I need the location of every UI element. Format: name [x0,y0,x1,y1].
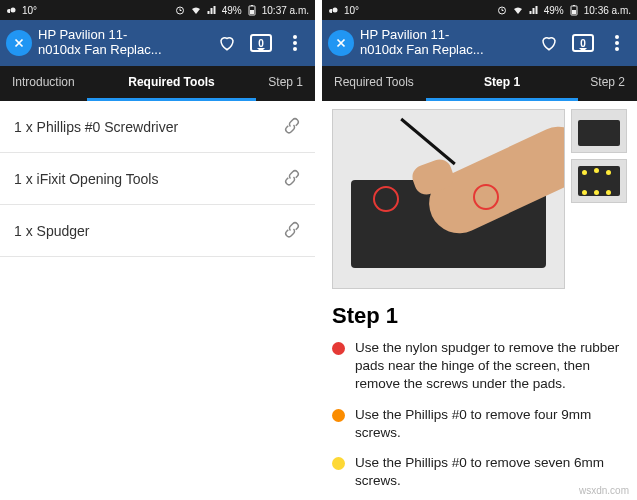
step-content: Step 1 Use the nylon spudger to remove t… [322,101,637,500]
overflow-menu-button[interactable] [281,29,309,57]
battery-percent: 49% [544,5,564,16]
comments-button[interactable]: 0 [247,29,275,57]
signal-icon [528,4,540,16]
link-icon [283,220,301,241]
app-bar: HP Pavilion 11- n010dx Fan Replac... 0 [322,20,637,66]
battery-icon [568,4,580,16]
bullet-text: Use the Phillips #0 to remove four 9mm s… [355,406,627,442]
list-item[interactable]: 1 x Spudger [0,205,315,257]
tab-introduction[interactable]: Introduction [0,66,87,101]
overflow-menu-button[interactable] [603,29,631,57]
title-line-1: HP Pavilion 11- [360,28,529,43]
tab-step-1[interactable]: Step 1 [426,66,578,101]
link-icon [283,168,301,189]
close-button[interactable] [6,30,32,56]
close-button[interactable] [328,30,354,56]
title-line-1: HP Pavilion 11- [38,28,207,43]
svg-rect-8 [572,10,576,14]
battery-percent: 49% [222,5,242,16]
page-title: HP Pavilion 11- n010dx Fan Replac... [360,28,529,58]
watermark: wsxdn.com [579,485,629,496]
tool-name: 1 x Phillips #0 Screwdriver [14,119,283,135]
tool-name: 1 x Spudger [14,223,283,239]
list-item[interactable]: 1 x iFixit Opening Tools [0,153,315,205]
tab-required-tools[interactable]: Required Tools [87,66,257,101]
comment-count: 0 [580,38,586,49]
temperature: 10° [344,5,359,16]
weather-icon [328,4,340,16]
favorite-button[interactable] [213,29,241,57]
battery-icon [246,4,258,16]
comments-button[interactable]: 0 [569,29,597,57]
alarm-icon [496,4,508,16]
step-media [332,109,627,289]
svg-rect-9 [573,5,575,6]
comment-count: 0 [258,38,264,49]
bullet-dot-icon [332,457,345,470]
step-bullet: Use the nylon spudger to remove the rubb… [332,339,627,394]
required-tools-list: 1 x Phillips #0 Screwdriver 1 x iFixit O… [0,101,315,500]
step-main-image[interactable] [332,109,565,289]
heart-icon [218,34,236,52]
favorite-button[interactable] [535,29,563,57]
app-bar: HP Pavilion 11- n010dx Fan Replac... 0 [0,20,315,66]
svg-rect-4 [251,5,253,6]
svg-point-5 [333,8,338,13]
bullet-text: Use the nylon spudger to remove the rubb… [355,339,627,394]
signal-icon [206,4,218,16]
page-title: HP Pavilion 11- n010dx Fan Replac... [38,28,207,58]
wifi-icon [190,4,202,16]
step-thumbnail[interactable] [571,109,627,153]
clock: 10:36 a.m. [584,5,631,16]
close-icon [334,36,348,50]
step-thumbnail[interactable] [571,159,627,203]
right-screenshot: 10° 49% 10:36 a.m. HP Pavilion 11- n010d… [322,0,637,500]
alarm-icon [174,4,186,16]
svg-rect-3 [250,10,254,14]
close-icon [12,36,26,50]
weather-icon [6,4,18,16]
title-line-2: n010dx Fan Replac... [360,43,529,58]
tab-step-1[interactable]: Step 1 [256,66,315,101]
step-bullet: Use the Phillips #0 to remove four 9mm s… [332,406,627,442]
step-heading: Step 1 [332,303,627,329]
wifi-icon [512,4,524,16]
link-icon [283,116,301,137]
bullet-dot-icon [332,342,345,355]
status-bar: 10° 49% 10:36 a.m. [322,0,637,20]
clock: 10:37 a.m. [262,5,309,16]
heart-icon [540,34,558,52]
step-thumbnails [571,109,627,289]
left-screenshot: 10° 49% 10:37 a.m. HP Pavilion 11- n010d… [0,0,315,500]
comment-icon: 0 [572,34,594,52]
status-bar: 10° 49% 10:37 a.m. [0,0,315,20]
tab-step-2[interactable]: Step 2 [578,66,637,101]
bullet-dot-icon [332,409,345,422]
tab-bar: Introduction Required Tools Step 1 [0,66,315,101]
tab-required-tools[interactable]: Required Tools [322,66,426,101]
tab-bar: Required Tools Step 1 Step 2 [322,66,637,101]
title-line-2: n010dx Fan Replac... [38,43,207,58]
comment-icon: 0 [250,34,272,52]
tool-name: 1 x iFixit Opening Tools [14,171,283,187]
svg-point-0 [11,8,16,13]
temperature: 10° [22,5,37,16]
list-item[interactable]: 1 x Phillips #0 Screwdriver [0,101,315,153]
